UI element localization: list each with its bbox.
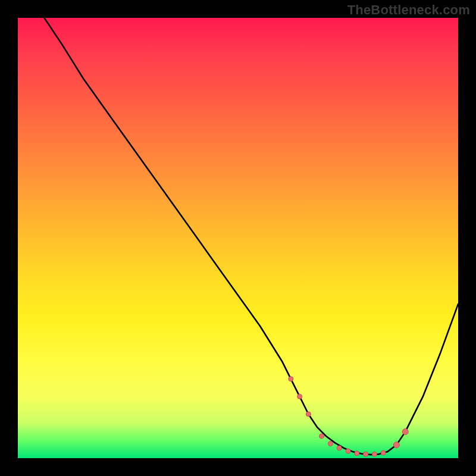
attribution-label: TheBottleneck.com	[347, 2, 470, 18]
curve-marker	[298, 394, 302, 399]
curve-marker	[320, 434, 324, 439]
curve-marker	[364, 452, 368, 456]
curve-marker	[355, 451, 359, 456]
curve-marker	[346, 449, 350, 453]
curve-marker	[337, 446, 342, 450]
curve-marker	[328, 441, 333, 446]
curve-marker	[393, 442, 399, 448]
curve-marker	[372, 452, 377, 456]
chart-overlay	[18, 18, 458, 458]
curve-marker	[402, 429, 408, 435]
curve-marker	[289, 377, 293, 381]
curve-markers	[289, 377, 408, 457]
curve-marker	[381, 450, 386, 455]
curve-marker	[306, 412, 311, 416]
bottleneck-curve	[44, 18, 458, 455]
